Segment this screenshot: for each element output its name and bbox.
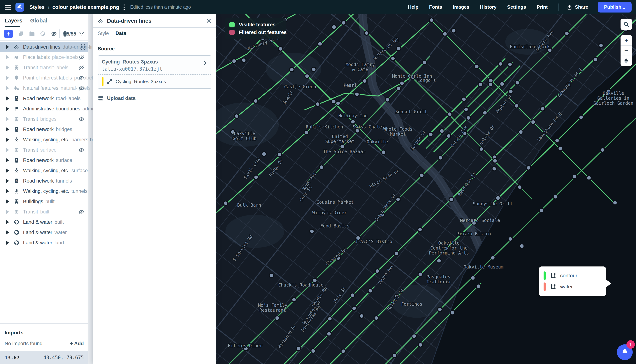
layer-row-barriers-bridges[interactable]: Walking, cycling, etc.barriers-bridges [0,134,88,145]
layer-row-place-labels[interactable]: Place labelsplace-labels [0,52,88,62]
svg-text:Swiss Chalet: Swiss Chalet [353,124,384,130]
expand-caret-icon[interactable] [6,241,9,245]
eye-off-icon[interactable] [79,64,84,70]
layer-row-built[interactable]: Transitbuilt [0,207,88,217]
svg-text:Bulk Barn: Bulk Barn [237,202,261,208]
expand-caret-icon[interactable] [6,220,9,224]
expand-caret-icon[interactable] [6,179,9,183]
layer-row-surface[interactable]: Walking, cycling, etc.surface [0,166,88,176]
layer-row-natural-labels[interactable]: Natural featuresnatural-labels [0,83,88,93]
svg-text:OakvilleGolf Club: OakvilleGolf Club [233,131,257,141]
group-folder-icon[interactable] [29,31,35,37]
layer-row-water[interactable]: Land & waterwater [0,227,88,238]
layer-row-built[interactable]: Buildingsbuilt [0,196,88,207]
expand-caret-icon[interactable] [6,138,9,142]
expand-caret-icon[interactable] [6,158,9,162]
toolbar-divider [59,30,60,38]
tab-layers[interactable]: Layers [5,18,23,24]
lines-icon [14,44,19,50]
upload-data-button[interactable]: Upload data [98,95,216,101]
layer-row-tunnels[interactable]: Walking, cycling, etc.tunnels [0,186,88,196]
menu-item-images[interactable]: Images [453,4,469,10]
menu-item-history[interactable]: History [480,4,497,10]
eye-off-icon[interactable] [79,85,84,91]
layer-row-surface[interactable]: Transitsurface [0,145,88,155]
expand-caret-icon[interactable] [6,200,9,204]
layer-row-road-labels[interactable]: ARoad networkroad-labels [0,93,88,104]
search-icon [623,21,629,28]
map-search-button[interactable] [620,18,632,30]
layer-row-land[interactable]: Land & waterland [0,238,88,248]
title-kebab-menu-icon[interactable] [124,4,125,10]
select-feature-icon[interactable] [40,31,46,37]
road-icon: A [14,126,19,132]
layer-row-surface[interactable]: ARoad networksurface [0,155,88,166]
expand-caret-icon[interactable] [6,45,9,49]
hamburger-menu-icon[interactable] [5,5,11,10]
layer-row-data-driven-lines[interactable]: Data-driven linesdata-driven-lines [0,42,88,52]
tab-global[interactable]: Global [30,18,47,24]
breadcrumb-styles[interactable]: Styles [30,4,45,10]
expand-caret-icon[interactable] [6,230,9,234]
add-layer-button[interactable]: + [4,30,13,38]
source-tileset-row[interactable]: Cycling_Routes-3pzxus talia-xu0017.37ic1… [98,56,211,74]
publish-button[interactable]: Publish... [598,2,631,12]
road-icon: A [14,178,19,184]
layer-name: Walking, cycling, etc. [23,137,69,142]
expand-caret-icon[interactable] [6,168,9,172]
zoom-out-button[interactable]: − [620,45,632,56]
expand-caret-icon[interactable] [6,127,9,132]
hide-layer-icon[interactable] [51,31,57,37]
expand-caret-icon[interactable] [6,86,9,90]
tab-style[interactable]: Style [98,30,109,36]
legend-label: Visible features [239,22,275,28]
layer-row-transit-labels[interactable]: Transittransit-labels [0,62,88,73]
compass-button[interactable] [620,56,632,66]
expand-caret-icon[interactable] [6,107,9,111]
expand-caret-icon[interactable] [6,76,9,80]
add-import-button[interactable]: + Add [70,341,84,346]
layers-toolbar: + 55/55 [0,27,88,41]
drag-handle[interactable] [81,44,85,50]
layer-row-admin[interactable]: Administrative boundariesadmin [0,104,88,114]
menu-item-fonts[interactable]: Fonts [429,4,442,10]
imports-section: Imports No imports found. + Add [0,323,88,351]
expand-caret-icon[interactable] [6,96,9,100]
expand-caret-icon[interactable] [6,148,9,152]
layer-row-built[interactable]: Land & waterbuilt [0,217,88,227]
eye-off-icon[interactable] [79,147,84,153]
share-button[interactable]: Share [567,4,588,10]
expand-caret-icon[interactable] [6,189,9,193]
eye-off-icon[interactable] [79,116,84,122]
map-canvas[interactable]: McCraney St EN Service RdNelvin AvePopla… [216,14,636,364]
popup-row-contour[interactable]: contour [543,270,601,281]
expand-caret-icon[interactable] [6,210,9,214]
menu-item-help[interactable]: Help [408,4,418,10]
zoom-in-button[interactable]: + [620,35,632,45]
breadcrumb-chevron-icon: › [48,4,50,10]
duplicate-layer-icon[interactable] [18,31,24,37]
source-sublayer-row[interactable]: Cycling_Routes-3pzxus [98,74,211,88]
tab-data[interactable]: Data [116,30,126,36]
legend-row: Filtered out features [229,28,282,36]
eye-off-icon[interactable] [79,209,84,215]
layer-name: Road network [23,126,54,132]
popup-row-water[interactable]: water [543,281,601,292]
layer-row-poi-labels[interactable]: Point of interest labelspoi-labels [0,73,88,83]
menu-item-print[interactable]: Print [537,4,548,10]
close-panel-icon[interactable] [206,18,212,24]
mapbox-studio-logo[interactable] [16,3,24,12]
eye-off-icon[interactable] [79,75,84,81]
menu-item-settings[interactable]: Settings [507,4,526,10]
layer-row-bridges[interactable]: Transitbridges [0,114,88,124]
eye-off-icon[interactable] [79,54,84,60]
layer-row-bridges[interactable]: ARoad networkbridges [0,124,88,134]
filter-layers-icon[interactable] [79,31,84,36]
expand-caret-icon[interactable] [6,66,9,70]
layer-row-tunnels[interactable]: ARoad networktunnels [0,176,88,186]
layer-name: Transit [23,209,38,215]
expand-caret-icon[interactable] [6,55,9,59]
panel-header: Data-driven lines [93,14,216,28]
expand-caret-icon[interactable] [6,117,9,121]
polygon-icon [550,284,556,290]
